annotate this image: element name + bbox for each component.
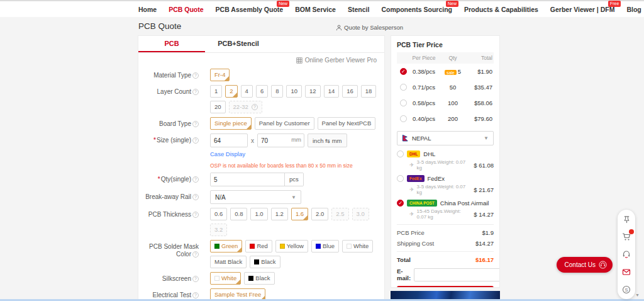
nav-pcb-assembly-quote[interactable]: PCB Assembly QuoteNew [216,6,284,13]
layer-option[interactable]: 6 [256,85,268,98]
board-type-option[interactable]: Single piece [210,117,252,130]
nav-components-sourcing[interactable]: Components SourcingNew [381,6,452,13]
help-icon[interactable]: ? [192,89,199,95]
help-icon[interactable]: ? [192,251,199,258]
nav-stencil[interactable]: Stencil [348,6,369,13]
tier-row[interactable]: 0.58/pcs 100 $58.06 [397,95,494,111]
thickness-option[interactable]: 0.8 [230,208,247,220]
tab-pcb[interactable]: PCB [138,36,205,52]
tier-price-title: PCB Tier Price [397,41,494,48]
help-icon[interactable]: ? [192,176,199,183]
nav-home[interactable]: Home [138,6,157,13]
mask-color-option[interactable]: Red [245,240,272,253]
layer-option[interactable]: 14 [324,85,340,98]
nav-bom-service[interactable]: BOM Service [295,6,336,13]
thickness-option[interactable]: 2.5 [331,208,348,220]
break-away-rail-select[interactable]: N/A ▼ [210,190,301,204]
material-type-option[interactable]: Fr-4 [210,69,230,81]
help-icon[interactable]: ? [192,137,199,144]
layer-option[interactable]: 10 [286,85,302,98]
thickness-option[interactable]: 1.6 [291,208,308,220]
radio-icon[interactable] [397,150,404,157]
layer-option[interactable]: 20 [210,101,226,113]
mask-color-option[interactable]: White [342,240,373,253]
radio-icon[interactable] [400,115,407,122]
qty-input[interactable] [211,173,284,186]
tier-price-table: Per Piece Qty Total 0.38/pcs sale5 $1.90… [397,52,494,127]
mask-color-option[interactable]: Yellow [275,240,308,253]
mask-color-option[interactable]: Black [250,256,280,268]
total-value: $58.06 [467,99,494,106]
help-icon[interactable]: ? [192,72,199,79]
qty-value: 200 [438,115,467,122]
case-display-link[interactable]: Case Display [210,150,245,157]
board-type-option[interactable]: Panel by Customer [255,117,314,130]
pin-top-icon[interactable] [621,214,631,224]
help-icon[interactable]: ? [192,276,199,282]
thickness-option[interactable]: 0.6 [210,208,227,220]
thickness-option[interactable]: 3.0 [352,208,369,220]
layer-option[interactable]: 2 [225,85,237,98]
inch-mm-toggle[interactable]: inch ⇆ mm [308,133,347,147]
silkscreen-option[interactable]: White [210,272,241,285]
help-icon[interactable]: ? [192,212,199,218]
thickness-option[interactable]: 1.0 [250,208,267,220]
layer-option[interactable]: 1 [210,85,222,98]
sale-badge: sale [445,70,457,75]
thickness-option[interactable]: 3.2 [210,224,227,236]
help-icon[interactable]: ? [252,104,258,110]
tier-row[interactable]: 0.71/pcs 50 $35.47 [397,79,494,95]
thickness-option[interactable]: 2.0 [311,208,328,220]
help-icon[interactable]: ? [192,292,199,298]
nav-products-capabilities[interactable]: Products & Capabilities [464,6,538,13]
headset-icon[interactable] [621,249,631,259]
radio-selected-icon[interactable] [397,200,404,207]
mask-color-option[interactable]: Blue [311,240,339,253]
mask-color-option[interactable]: Green [210,240,242,253]
board-type-option[interactable]: Panel by NextPCB [318,117,376,130]
layer-option[interactable]: 22-32? [229,101,262,113]
nav-label: Gerber Viewer | DFM [550,6,615,13]
help-icon[interactable]: ? [192,121,199,127]
contact-us-button[interactable]: Contact Us [557,257,613,273]
add-to-cart-button[interactable]: Add to Cart [397,286,494,288]
mail-icon[interactable] [621,267,631,277]
tab-pcb-stencil[interactable]: PCB+Stencil [205,36,272,52]
email-field[interactable] [414,268,500,281]
total-row: Total $16.17 [397,256,494,263]
country-select[interactable]: NEPAL ▼ [397,131,494,145]
nav-gerber-viewer[interactable]: Gerber Viewer | DFMFree [550,6,615,13]
quote-by-salesperson-link[interactable]: Quote by Salesperson [336,24,385,31]
gerber-viewer-icon [296,57,303,64]
break-away-rail-label: Break-away Rail? [138,190,199,201]
shipping-option-fedex[interactable]: FedEx FedEx ✈ 3-5 days.Weight: 0.07 kg $… [397,175,494,195]
radio-icon[interactable] [400,84,407,91]
silkscreen-row: Silkscreen? White Black [138,272,378,285]
nav-blog[interactable]: Blog [626,6,641,13]
radio-icon[interactable] [400,99,407,106]
online-gerber-viewer-link[interactable]: Online Gerber Viewer Pro [138,53,384,65]
skype-icon[interactable]: S [621,285,631,295]
radio-icon[interactable] [397,175,404,182]
mask-color-option[interactable]: Matt Black [210,256,247,268]
layer-option[interactable]: 12 [305,85,321,98]
silkscreen-option[interactable]: Black [244,272,274,285]
thickness-option[interactable]: 1.2 [271,208,288,220]
layer-option[interactable]: 8 [271,85,283,98]
dhl-logo: DHL [407,150,420,157]
tier-table-header: Per Piece Qty Total [397,52,494,64]
size-width-input[interactable] [210,133,248,147]
tier-row[interactable]: 0.38/pcs sale5 $1.90 [397,64,494,79]
shipping-option-china-post[interactable]: CHINA POST China Post Airmail ✈ 15-45 Da… [397,200,494,220]
layer-option[interactable]: 4 [241,85,253,98]
nav-pcb-quote[interactable]: PCB Quote [169,6,203,13]
scroll-caret-icon[interactable]: ▼ [635,293,640,297]
radio-selected-icon[interactable] [400,68,407,75]
tier-row[interactable]: 0.40/pcs 200 $79.60 [397,111,494,127]
help-icon[interactable]: ? [192,194,199,200]
layer-option[interactable]: 18 [361,85,377,98]
shipping-option-dhl[interactable]: DHL DHL ✈ 3-5 days.Weight: 0.07 kg $ 61.… [397,150,494,171]
cart-icon[interactable] [621,232,631,242]
layer-option[interactable]: 16 [342,85,358,98]
shipping-cost-value: $14.27 [475,240,494,247]
